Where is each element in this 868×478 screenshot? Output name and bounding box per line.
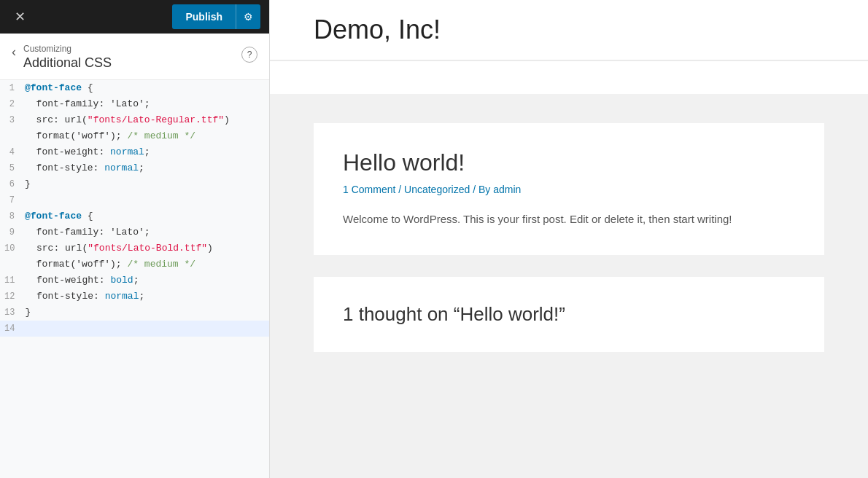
post-meta-category[interactable]: Uncategorized [404, 184, 470, 195]
post-card: Hello world! 1 Comment / Uncategorized /… [314, 123, 824, 255]
site-nav [270, 60, 868, 94]
code-line: 6 } [0, 176, 269, 192]
post-meta-comments[interactable]: 1 Comment [343, 184, 395, 195]
code-line: 3 src: url("fonts/Lato-Regular.ttf") [0, 112, 269, 128]
customizing-label: Customizing [23, 44, 112, 54]
code-line: 9 font-family: 'Lato'; [0, 224, 269, 240]
content-area: Hello world! 1 Comment / Uncategorized /… [270, 94, 868, 381]
code-line: 5 font-style: normal; [0, 160, 269, 176]
comments-section: 1 thought on “Hello world!” [314, 277, 824, 352]
code-line: 1 @font-face { [0, 80, 269, 96]
code-editor[interactable]: 1 @font-face { 2 font-family: 'Lato'; 3 … [0, 80, 269, 478]
code-line: 7 [0, 192, 269, 208]
post-meta-author[interactable]: admin [493, 184, 521, 195]
code-line: 2 font-family: 'Lato'; [0, 96, 269, 112]
preview-panel: Demo, Inc! Hello world! 1 Comment / Unca… [270, 0, 868, 478]
header-text: Customizing Additional CSS [23, 44, 112, 71]
post-meta: 1 Comment / Uncategorized / By admin [343, 184, 795, 195]
publish-button[interactable]: Publish [172, 4, 236, 29]
code-line: 8 @font-face { [0, 208, 269, 224]
post-meta-sep2: / By [470, 184, 493, 195]
sidebar-header: ‹ Customizing Additional CSS ? [0, 34, 269, 80]
comments-title: 1 thought on “Hello world!” [343, 303, 795, 326]
gear-icon: ⚙ [244, 11, 253, 23]
code-line-cursor[interactable]: 14 [0, 321, 269, 337]
code-line: format('woff'); /* medium */ [0, 128, 269, 144]
close-button[interactable]: ✕ [9, 7, 31, 26]
site-title: Demo, Inc! [314, 15, 824, 45]
publish-settings-button[interactable]: ⚙ [236, 4, 260, 29]
site-header: Demo, Inc! [270, 0, 868, 60]
code-line: 12 font-style: normal; [0, 289, 269, 305]
post-title: Hello world! [343, 149, 795, 176]
help-button[interactable]: ? [241, 47, 257, 63]
back-button[interactable]: ‹ [12, 45, 16, 58]
post-excerpt: Welcome to WordPress. This is your first… [343, 210, 795, 229]
left-panel: ✕ Publish ⚙ ‹ Customizing Additional CSS… [0, 0, 270, 478]
code-line: 4 font-weight: normal; [0, 144, 269, 160]
code-line: 10 src: url("fonts/Lato-Bold.ttf") [0, 240, 269, 256]
publish-area: Publish ⚙ [172, 4, 260, 29]
code-line: 13 } [0, 305, 269, 321]
post-meta-sep1: / [395, 184, 404, 195]
code-line: format('woff'); /* medium */ [0, 256, 269, 273]
top-bar: ✕ Publish ⚙ [0, 0, 269, 34]
header-left: ‹ Customizing Additional CSS [12, 44, 112, 71]
code-line: 11 font-weight: bold; [0, 273, 269, 289]
section-title: Additional CSS [23, 55, 112, 71]
